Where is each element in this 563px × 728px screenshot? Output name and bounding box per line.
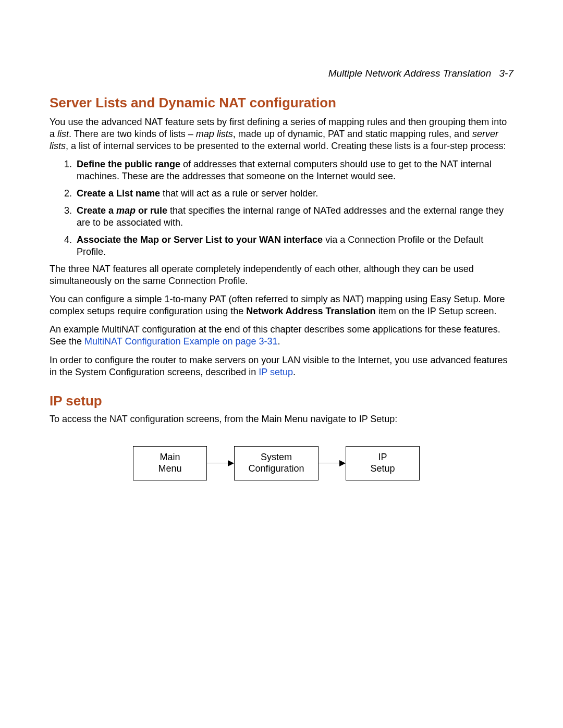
step-4: Associate the Map or Server List to your… (75, 234, 513, 258)
italic-map-lists: map lists (196, 129, 233, 139)
intro-paragraph: You use the advanced NAT feature sets by… (50, 116, 513, 152)
text: , a list of internal services to be pres… (66, 141, 506, 151)
step-bold: Define the public range (77, 159, 180, 169)
text: . (293, 367, 296, 377)
paragraph-example-link: An example MultiNAT configuration at the… (50, 324, 513, 348)
diagram-box-system-config: System Configuration (234, 446, 319, 480)
step-bold: or rule (136, 205, 167, 216)
italic-list: list (57, 129, 69, 139)
link-ip-setup[interactable]: IP setup (259, 367, 293, 377)
link-multinat-example[interactable]: MultiNAT Configuration Example on page 3… (84, 336, 278, 347)
paragraph-easy-setup: You can configure a simple 1-to-many PAT… (50, 293, 513, 317)
box-line: IP (378, 452, 387, 463)
paragraph-navigate: To access the NAT configuration screens,… (50, 413, 513, 425)
step-text: that will act as a rule or server holder… (160, 188, 318, 199)
step-bold-italic: map (116, 205, 136, 216)
arrow-icon (207, 458, 234, 468)
step-bold: Create a List name (77, 188, 160, 199)
box-line: Menu (158, 463, 181, 475)
step-1: Define the public range of addresses tha… (75, 158, 513, 182)
box-line: System (261, 452, 292, 463)
header-page-number: 3-7 (499, 68, 513, 79)
step-bold: Create a (77, 205, 116, 216)
box-line: Main (160, 452, 180, 463)
page: Multiple Network Address Translation 3-7… (0, 0, 563, 728)
arrow-icon (319, 458, 346, 468)
step-2: Create a List name that will act as a ru… (75, 188, 513, 200)
paragraph-ip-setup-link: In order to configure the router to make… (50, 354, 513, 378)
diagram-box-main-menu: Main Menu (133, 446, 207, 480)
box-line: Configuration (248, 463, 304, 475)
header-title: Multiple Network Address Translation (328, 68, 492, 79)
steps-list: Define the public range of addresses tha… (50, 158, 513, 258)
diagram-box-ip-setup: IP Setup (346, 446, 420, 480)
running-header: Multiple Network Address Translation 3-7 (50, 68, 513, 79)
text: item on the IP Setup screen. (376, 306, 497, 316)
text: . (278, 336, 280, 347)
text: , made up of dynamic, PAT and static map… (233, 129, 472, 139)
bold-nat: Network Address Translation (246, 306, 375, 316)
step-bold: Associate the Map or Server List to your… (77, 235, 323, 245)
paragraph-independent: The three NAT features all operate compl… (50, 263, 513, 287)
step-3: Create a map or rule that specifies the … (75, 205, 513, 229)
box-line: Setup (370, 463, 395, 475)
text: . There are two kinds of lists – (69, 129, 196, 139)
heading-server-lists: Server Lists and Dynamic NAT configurati… (50, 95, 513, 111)
navigation-diagram: Main Menu System Configuration IP Setup (133, 446, 513, 480)
heading-ip-setup: IP setup (50, 393, 513, 409)
